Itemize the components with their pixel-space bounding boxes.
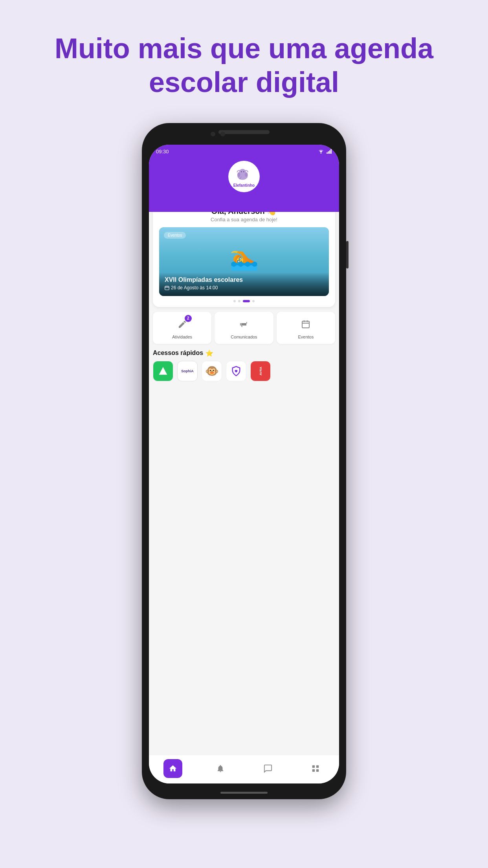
eventos-label: Eventos — [298, 335, 314, 339]
avra-label: AVRA — [259, 367, 262, 375]
status-time: 09:30 — [156, 149, 169, 154]
app-monkey[interactable]: 🐵 — [202, 361, 222, 381]
event-card[interactable]: 🏊 Eventos XVII Olimpíadas escolares — [159, 227, 329, 296]
svg-point-9 — [241, 171, 242, 173]
main-content: Olá, Anderson 👋 Confia a sua agenda de h… — [149, 212, 339, 783]
eventos-icon-wrap — [299, 317, 313, 331]
svg-marker-19 — [159, 367, 167, 375]
wifi-icon — [318, 149, 324, 154]
app-logo: Elefantinho — [228, 161, 260, 192]
nav-messages[interactable] — [259, 759, 277, 778]
quick-actions: 2 Atividades Comunicados — [153, 312, 335, 344]
monkey-emoji: 🐵 — [205, 364, 219, 377]
svg-rect-23 — [316, 769, 318, 772]
calendar-small-icon — [165, 285, 169, 290]
grid-icon — [311, 764, 320, 773]
nav-notifications[interactable] — [211, 759, 230, 778]
star-icon: ⭐ — [205, 349, 213, 357]
greeting-card: Olá, Anderson 👋 Confia a sua agenda de h… — [153, 212, 335, 307]
nav-home[interactable] — [163, 759, 182, 778]
phone-side-button — [346, 241, 349, 268]
sophia-label: SophiA — [181, 369, 194, 373]
svg-point-0 — [321, 153, 321, 154]
quick-access-label: Acessos rápidos — [153, 349, 203, 357]
status-icons — [318, 149, 332, 154]
chat-icon — [264, 764, 272, 773]
carousel-dot-4[interactable] — [252, 300, 255, 302]
svg-rect-4 — [330, 149, 332, 154]
arco-icon — [158, 366, 169, 377]
app-arco[interactable] — [153, 361, 173, 381]
phone-notch — [218, 130, 270, 134]
app-avra[interactable]: AVRA — [250, 361, 271, 381]
app-shield[interactable] — [226, 361, 246, 381]
elephant-icon — [235, 165, 253, 182]
phone-camera-right — [220, 132, 225, 136]
phone-mockup: 09:30 — [142, 123, 346, 799]
home-icon — [169, 764, 177, 773]
svg-point-8 — [245, 173, 248, 177]
phone-screen: 09:30 — [149, 145, 339, 783]
svg-rect-20 — [312, 765, 314, 768]
calendar-icon — [301, 320, 310, 329]
svg-rect-1 — [327, 153, 328, 154]
carousel-dot-1[interactable] — [233, 300, 236, 302]
logo-label: Elefantinho — [233, 183, 255, 188]
quick-apps: SophiA 🐵 — [153, 361, 335, 381]
bottom-nav — [149, 755, 339, 783]
svg-rect-15 — [302, 321, 309, 328]
atividades-label: Atividades — [172, 335, 192, 339]
event-title: XVII Olimpíadas escolares — [165, 276, 323, 283]
quick-access-title: Acessos rápidos ⭐ — [153, 349, 335, 357]
phone-camera-left — [211, 132, 215, 136]
atividades-icon-wrap: 2 — [175, 317, 189, 331]
phone-home-indicator — [220, 792, 268, 794]
svg-rect-21 — [316, 765, 318, 768]
event-badge: Eventos — [164, 232, 186, 239]
action-eventos[interactable]: Eventos — [277, 312, 335, 344]
comunicados-label: Comunicados — [231, 335, 257, 339]
status-bar: 09:30 — [149, 145, 339, 157]
svg-rect-3 — [329, 151, 330, 154]
action-comunicados[interactable]: Comunicados — [215, 312, 273, 344]
carousel-dot-2[interactable] — [238, 300, 240, 302]
app-sophia[interactable]: SophiA — [177, 361, 198, 381]
page-title: Muito mais que uma agenda escolar digita… — [0, 0, 488, 123]
svg-rect-22 — [312, 769, 314, 772]
carousel-dot-3[interactable] — [243, 300, 250, 302]
svg-rect-11 — [165, 286, 169, 290]
comunicados-icon-wrap — [237, 317, 251, 331]
signal-icon — [327, 149, 332, 154]
phone-body: 09:30 — [142, 123, 346, 799]
svg-point-10 — [243, 171, 244, 173]
greeting-title: Olá, Anderson 👋 — [159, 212, 329, 216]
event-info: XVII Olimpíadas escolares 26 de Agosto à… — [159, 272, 329, 296]
svg-point-7 — [237, 173, 240, 177]
shield-heart-icon — [231, 366, 242, 377]
event-date: 26 de Agosto às 14:00 — [165, 285, 323, 291]
action-atividades[interactable]: 2 Atividades — [153, 312, 211, 344]
megaphone-icon — [239, 320, 249, 329]
carousel-dots — [159, 300, 329, 302]
greeting-subtitle: Confia a sua agenda de hoje! — [159, 217, 329, 223]
app-header: Elefantinho — [149, 157, 339, 212]
nav-grid[interactable] — [306, 759, 325, 778]
bell-icon — [216, 764, 225, 773]
event-date-text: 26 de Agosto às 14:00 — [171, 285, 218, 291]
atividades-badge: 2 — [185, 315, 192, 322]
svg-rect-2 — [328, 151, 329, 154]
